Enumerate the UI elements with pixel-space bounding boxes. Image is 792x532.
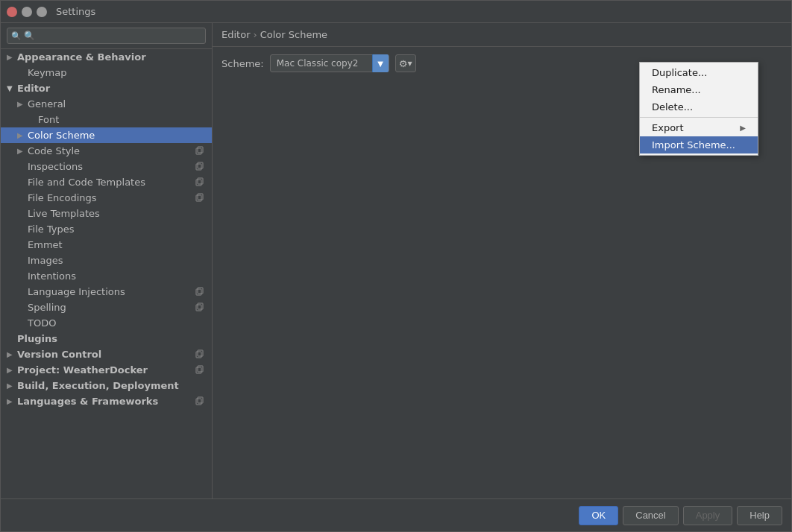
sidebar-item-live-templates[interactable]: Live Templates <box>1 206 212 221</box>
scheme-dropdown-arrow[interactable]: ▼ <box>372 54 389 72</box>
scheme-value: Mac Classic copy2 <box>271 58 372 69</box>
sidebar-item-plugins[interactable]: Plugins <box>1 331 212 346</box>
code-style-arrow-icon: ▶ <box>17 147 28 155</box>
sidebar-item-appearance[interactable]: ▶Appearance & Behavior <box>1 49 212 65</box>
svg-rect-9 <box>198 288 203 294</box>
cancel-button[interactable]: Cancel <box>623 506 678 525</box>
sidebar-item-intentions[interactable]: Intentions <box>1 268 212 284</box>
sidebar-item-label-version-control: Version Control <box>17 349 101 360</box>
sidebar-item-label-color-scheme: Color Scheme <box>28 130 95 141</box>
search-icon: 🔍 <box>11 31 22 41</box>
svg-rect-8 <box>196 289 201 295</box>
sidebar-item-todo[interactable]: TODO <box>1 315 212 331</box>
build-execution-arrow-icon: ▶ <box>7 381 17 390</box>
search-input[interactable] <box>7 28 206 44</box>
menu-item-label-duplicate: Duplicate... <box>652 67 707 78</box>
sidebar-item-label-inspections: Inspections <box>28 161 83 172</box>
sidebar-item-emmet[interactable]: Emmet <box>1 237 212 253</box>
gear-button[interactable]: ⚙ ▼ <box>395 54 416 72</box>
sidebar-item-color-scheme[interactable]: ▶Color Scheme <box>1 127 212 143</box>
sidebar-item-label-live-templates: Live Templates <box>28 208 100 219</box>
breadcrumb-parent: Editor <box>221 29 250 40</box>
sidebar-item-label-file-encodings: File Encodings <box>28 192 97 203</box>
scheme-dropdown[interactable]: Mac Classic copy2 ▼ <box>270 54 389 72</box>
help-button[interactable]: Help <box>737 506 782 525</box>
sidebar-item-spelling[interactable]: Spelling <box>1 300 212 315</box>
sidebar-item-build-execution[interactable]: ▶Build, Execution, Deployment <box>1 378 212 393</box>
menu-item-import-scheme[interactable]: Import Scheme... <box>640 136 758 153</box>
svg-rect-7 <box>198 194 203 200</box>
sidebar-item-file-encodings[interactable]: File Encodings <box>1 190 212 206</box>
scheme-options-menu: Duplicate...Rename...Delete...Export▶Imp… <box>639 62 758 156</box>
sidebar-item-label-images: Images <box>28 255 63 266</box>
svg-rect-12 <box>196 352 201 358</box>
menu-item-label-export: Export <box>652 122 684 133</box>
window-title: Settings <box>56 6 95 17</box>
copy-icon-code-style <box>195 146 206 156</box>
sidebar-item-label-language-injections: Language Injections <box>28 286 125 297</box>
sidebar-item-images[interactable]: Images <box>1 253 212 268</box>
ok-button[interactable]: OK <box>579 506 618 525</box>
sidebar-item-project-weatherdocker[interactable]: ▶Project: WeatherDocker <box>1 362 212 378</box>
sidebar-item-label-plugins: Plugins <box>17 333 57 344</box>
menu-item-rename[interactable]: Rename... <box>640 81 758 98</box>
copy-icon-inspections <box>195 162 206 172</box>
sidebar-item-file-types[interactable]: File Types <box>1 221 212 237</box>
sidebar-item-label-spelling: Spelling <box>28 302 66 313</box>
sidebar-item-keymap[interactable]: Keymap <box>1 65 212 80</box>
svg-rect-17 <box>198 397 203 403</box>
settings-window: Settings 🔍 ▶Appearance & BehaviorKeymap▼… <box>0 0 792 532</box>
apply-button[interactable]: Apply <box>683 506 733 525</box>
sidebar: 🔍 ▶Appearance & BehaviorKeymap▼Editor▶Ge… <box>1 23 213 498</box>
editor-arrow-icon: ▼ <box>7 84 17 92</box>
menu-separator <box>640 117 758 118</box>
menu-item-delete[interactable]: Delete... <box>640 98 758 115</box>
sidebar-item-label-font: Font <box>38 114 59 125</box>
sidebar-item-label-build-execution: Build, Execution, Deployment <box>17 380 179 391</box>
copy-icon-file-code-templates <box>195 177 206 188</box>
svg-rect-11 <box>198 303 203 309</box>
sidebar-item-version-control[interactable]: ▶Version Control <box>1 346 212 362</box>
sidebar-item-label-intentions: Intentions <box>28 270 76 282</box>
sidebar-item-label-file-code-templates: File and Code Templates <box>28 177 145 188</box>
sidebar-item-languages-frameworks[interactable]: ▶Languages & Frameworks <box>1 393 212 409</box>
version-control-arrow-icon: ▶ <box>7 350 17 358</box>
copy-icon-version-control <box>195 349 206 360</box>
copy-icon-project-weatherdocker <box>195 365 206 376</box>
color-scheme-arrow-icon: ▶ <box>17 131 28 139</box>
menu-item-export[interactable]: Export▶ <box>640 119 758 136</box>
sidebar-item-code-style[interactable]: ▶Code Style <box>1 143 212 159</box>
sidebar-item-label-languages-frameworks: Languages & Frameworks <box>17 396 158 407</box>
sidebar-item-editor[interactable]: ▼Editor <box>1 80 212 96</box>
menu-item-duplicate[interactable]: Duplicate... <box>640 64 758 81</box>
sidebar-item-inspections[interactable]: Inspections <box>1 159 212 174</box>
dropdown-arrow-small: ▼ <box>407 60 412 67</box>
minimize-button[interactable] <box>22 7 32 17</box>
maximize-button[interactable] <box>37 7 47 17</box>
sidebar-item-label-emmet: Emmet <box>28 239 63 250</box>
svg-rect-1 <box>198 147 203 153</box>
sidebar-item-file-code-templates[interactable]: File and Code Templates <box>1 174 212 190</box>
sidebar-tree: ▶Appearance & BehaviorKeymap▼Editor▶Gene… <box>1 49 212 409</box>
menu-item-label-rename: Rename... <box>652 84 701 95</box>
menu-item-label-import-scheme: Import Scheme... <box>652 139 735 151</box>
svg-rect-10 <box>196 305 201 311</box>
sidebar-item-font[interactable]: Font <box>1 112 212 127</box>
titlebar: Settings <box>1 1 791 23</box>
sidebar-item-general[interactable]: ▶General <box>1 96 212 112</box>
menu-item-label-delete: Delete... <box>652 101 693 113</box>
close-button[interactable] <box>7 7 17 17</box>
gear-icon: ⚙ <box>399 58 408 69</box>
svg-rect-2 <box>196 164 201 170</box>
sidebar-item-label-appearance: Appearance & Behavior <box>17 51 146 63</box>
project-weatherdocker-arrow-icon: ▶ <box>7 366 17 374</box>
svg-rect-4 <box>196 180 201 186</box>
sidebar-item-language-injections[interactable]: Language Injections <box>1 284 212 300</box>
bottom-bar: OK Cancel Apply Help <box>1 498 791 531</box>
svg-rect-5 <box>198 178 203 184</box>
svg-rect-6 <box>196 195 201 201</box>
sidebar-item-label-keymap: Keymap <box>28 67 66 78</box>
copy-icon-spelling <box>195 303 206 313</box>
copy-icon-languages-frameworks <box>195 396 206 407</box>
submenu-arrow-icon: ▶ <box>740 124 746 132</box>
